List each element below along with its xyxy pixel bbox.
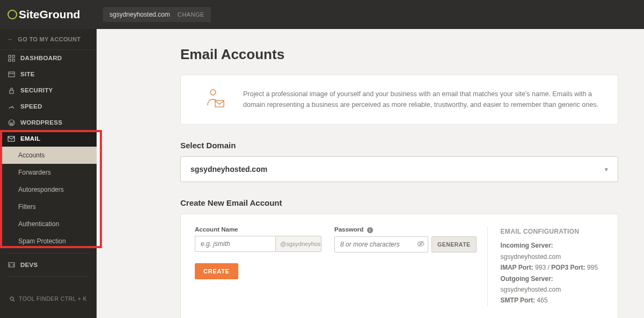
main-content: Email Accounts Project a professional im… bbox=[97, 29, 644, 318]
svg-rect-3 bbox=[12, 59, 14, 61]
smtp-value: 465 bbox=[537, 297, 547, 304]
select-domain-title: Select Domain bbox=[180, 141, 618, 150]
hero-text: Project a professional image of yourself… bbox=[243, 89, 602, 110]
sidebar-divider-2 bbox=[8, 276, 89, 277]
sidebar-sub-accounts[interactable]: Accounts bbox=[0, 147, 97, 164]
password-input[interactable] bbox=[334, 236, 428, 252]
incoming-value: sgsydneyhosted.com bbox=[501, 253, 561, 261]
pop3-label: POP3 Port: bbox=[551, 264, 585, 271]
sidebar-item-email[interactable]: EMAIL bbox=[0, 131, 97, 147]
account-domain-suffix: @sgsydneyhos... bbox=[275, 236, 321, 252]
wordpress-icon bbox=[8, 119, 15, 126]
mail-icon bbox=[8, 135, 15, 142]
config-title: EMAIL CONFIGURATION bbox=[501, 226, 604, 237]
sidebar-sub-autoresponders[interactable]: Autoresponders bbox=[0, 181, 97, 198]
imap-label: IMAP Port: bbox=[501, 264, 533, 271]
sidebar-item-label: SPEED bbox=[20, 103, 42, 110]
account-name-label: Account Name bbox=[195, 226, 321, 233]
svg-point-11 bbox=[10, 297, 13, 300]
sidebar-item-label: WORDPRESS bbox=[20, 119, 62, 126]
sidebar-item-security[interactable]: SECURITY bbox=[0, 82, 97, 98]
sidebar-item-label: EMAIL bbox=[20, 135, 40, 142]
brand-name: SiteGround bbox=[19, 8, 80, 21]
change-domain-link[interactable]: CHANGE bbox=[178, 11, 204, 18]
domain-select[interactable]: sgsydneyhosted.com ▾ bbox=[180, 156, 618, 182]
devs-icon bbox=[8, 261, 15, 269]
sidebar-sub-forwarders[interactable]: Forwarders bbox=[0, 164, 97, 181]
pop3-value: 995 bbox=[587, 264, 598, 271]
create-form: Account Name @sgsydneyhos... Password i bbox=[195, 226, 477, 306]
svg-rect-6 bbox=[10, 90, 13, 93]
outgoing-value: sgsydneyhosted.com bbox=[501, 286, 561, 293]
create-account-card: Account Name @sgsydneyhos... Password i bbox=[180, 214, 618, 318]
page-title: Email Accounts bbox=[180, 46, 618, 63]
dashboard-icon bbox=[8, 54, 15, 62]
sidebar-divider bbox=[8, 253, 89, 254]
info-icon[interactable]: i bbox=[367, 227, 373, 233]
arrow-left-icon: ← bbox=[8, 36, 13, 42]
user-mail-icon bbox=[197, 87, 228, 112]
eye-icon[interactable] bbox=[417, 240, 425, 249]
go-back-label: GO TO MY ACCOUNT bbox=[18, 36, 80, 42]
sidebar-item-label: SECURITY bbox=[20, 87, 53, 93]
smtp-label: SMTP Port: bbox=[501, 297, 535, 304]
generate-button[interactable]: GENERATE bbox=[431, 236, 477, 252]
sidebar-item-label: SITE bbox=[20, 71, 35, 77]
svg-rect-1 bbox=[12, 55, 14, 57]
sidebar-item-site[interactable]: SITE bbox=[0, 66, 97, 82]
create-account-title: Create New Email Account bbox=[180, 198, 618, 207]
sidebar-item-label: DASHBOARD bbox=[20, 55, 62, 61]
sidebar-item-devs[interactable]: DEVS bbox=[0, 257, 97, 273]
account-name-input[interactable] bbox=[195, 236, 275, 252]
sidebar-sub-filters[interactable]: Filters bbox=[0, 198, 97, 215]
gauge-icon bbox=[8, 103, 15, 110]
brand-logo[interactable]: SiteGround bbox=[0, 8, 97, 21]
domain-switcher[interactable]: sgsydneyhosted.com CHANGE bbox=[103, 7, 211, 22]
svg-line-12 bbox=[13, 300, 14, 301]
tool-finder-label: TOOL FINDER CTRL + K bbox=[19, 295, 87, 302]
logo-swirl-icon bbox=[8, 10, 17, 19]
hero-card: Project a professional image of yourself… bbox=[180, 75, 618, 125]
go-to-my-account[interactable]: ← GO TO MY ACCOUNT bbox=[0, 29, 97, 50]
topbar: SiteGround sgsydneyhosted.com CHANGE bbox=[0, 0, 644, 29]
svg-rect-4 bbox=[9, 72, 14, 77]
email-configuration: EMAIL CONFIGURATION Incoming Server: sgs… bbox=[487, 226, 604, 306]
create-button[interactable]: CREATE bbox=[195, 263, 238, 279]
svg-rect-14 bbox=[215, 100, 224, 107]
tool-finder[interactable]: TOOL FINDER CTRL + K bbox=[0, 288, 97, 318]
svg-point-13 bbox=[210, 90, 216, 95]
current-domain: sgsydneyhosted.com bbox=[109, 11, 170, 18]
sidebar-item-speed[interactable]: SPEED bbox=[0, 98, 97, 114]
incoming-label: Incoming Server: bbox=[501, 242, 553, 249]
imap-value: 993 bbox=[535, 264, 546, 271]
sidebar-item-dashboard[interactable]: DASHBOARD bbox=[0, 50, 97, 66]
password-label: Password bbox=[334, 226, 363, 233]
sidebar-item-wordpress[interactable]: WORDPRESS bbox=[0, 114, 97, 131]
svg-rect-2 bbox=[9, 59, 11, 61]
chevron-down-icon: ▾ bbox=[605, 166, 608, 173]
svg-rect-0 bbox=[9, 55, 11, 57]
sidebar-sub-authentication[interactable]: Authentication bbox=[0, 215, 97, 233]
selected-domain-value: sgsydneyhosted.com bbox=[191, 165, 267, 174]
outgoing-label: Outgoing Server: bbox=[501, 275, 553, 283]
sidebar-sub-spam-protection[interactable]: Spam Protection bbox=[0, 233, 97, 250]
sidebar: ← GO TO MY ACCOUNT DASHBOARD SITE SECURI… bbox=[0, 29, 97, 318]
sidebar-item-label: DEVS bbox=[20, 262, 38, 268]
site-icon bbox=[8, 70, 15, 78]
lock-icon bbox=[8, 86, 15, 94]
